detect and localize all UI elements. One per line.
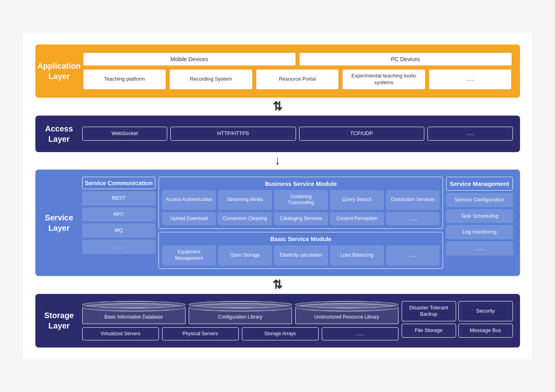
cataloging-box: Cataloging Services (274, 212, 328, 226)
virtualized-servers-box: Virtualized Servers (82, 327, 159, 341)
tcp-box: TCP/UDP (299, 127, 424, 141)
arrow-service-storage: ⇅ (35, 276, 520, 293)
access-layer-label: Access Layer (39, 120, 79, 148)
teaching-platform-box: Teaching platform (83, 69, 166, 90)
basic-more-box: ...... (386, 245, 440, 265)
basic-service-module: Basic Service Module Equipment Managemen… (159, 232, 443, 268)
business-module-title: Business Service Module (162, 180, 439, 187)
arrow-app-access: ⇅ (35, 98, 520, 115)
rpc-box: RPC (82, 208, 156, 222)
websocket-box: WebSocket (82, 127, 168, 141)
basic-module-title: Basic Service Module (162, 236, 439, 242)
access-auth-box: Access Authentication (162, 190, 216, 210)
storage-layer-label: Storage Layer (39, 298, 79, 344)
elasticity-box: Elasticity calculation (274, 245, 328, 265)
message-bus-box: Message Bus (458, 324, 513, 338)
service-layer-label: Service Layer (39, 174, 79, 272)
storage-databases: Basic Information Database Configuration… (82, 301, 398, 324)
storage-arrays-box: Storage Arrays (242, 327, 319, 341)
query-search-box: Query Search (330, 190, 384, 210)
upload-box: Upload Download (162, 212, 216, 226)
application-layer: Application Layer Mobile Devices PC Devi… (35, 44, 520, 98)
clustering-box: Clustering Transcoding (274, 190, 328, 210)
service-management-block: Service Management Service Configuration… (446, 177, 512, 269)
basic-row1: Equipment Management Open Storage Elasti… (162, 245, 439, 265)
business-row2: Upload Download Conversion Cleaning Cata… (162, 212, 439, 226)
application-layer-label: Application Layer (39, 48, 79, 94)
business-service-module: Business Service Module Access Authentic… (159, 177, 443, 229)
cylinder-top-1 (82, 301, 186, 308)
storage-right-top: Disaster Tolerant Backup Security (402, 301, 513, 322)
storage-servers: Virtualized Servers Physical Servers Sto… (82, 327, 398, 341)
service-config-box: Service Configuration (446, 193, 512, 207)
mgmt-more-box: ...... (446, 241, 512, 255)
unstructured-library: Unstructured Resource Library (295, 301, 398, 324)
content-perception-box: Content Perception (330, 212, 384, 226)
conversion-box: Conversion Cleaning (218, 212, 272, 226)
storage-main-area: Basic Information Database Configuration… (82, 301, 513, 341)
storage-right-bottom: File Storage Message Bus (402, 324, 513, 338)
storage-left: Basic Information Database Configuration… (82, 301, 398, 341)
architecture-diagram: Application Layer Mobile Devices PC Devi… (23, 33, 532, 359)
distribution-box: Distribution Services (386, 190, 440, 210)
mobile-devices-box: Mobile Devices (83, 52, 296, 66)
app-more-box: ...... (429, 69, 512, 90)
storage-layer-content: Basic Information Database Configuration… (79, 298, 516, 344)
physical-servers-box: Physical Servers (162, 327, 239, 341)
streaming-media-box: Streaming Media (218, 190, 272, 210)
rest-box: REST (82, 191, 156, 205)
log-monitoring-box: Log monitonng (446, 225, 512, 239)
business-more-box: ...... (386, 212, 440, 226)
comm-more-box: ...... (82, 240, 156, 254)
equipment-mgmt-box: Equipment Management (162, 245, 216, 265)
task-scheduling-box: Task Scheduling (446, 209, 512, 223)
basic-info-db: Basic Information Database (82, 301, 186, 324)
service-mgmt-title: Service Management (446, 177, 512, 191)
pc-devices-box: PC Devices (299, 52, 512, 66)
open-storage-box: Open Storage (218, 245, 272, 265)
application-layer-content: Mobile Devices PC Devices Teaching platf… (79, 48, 516, 94)
security-box: Security (458, 301, 513, 322)
cylinder-top-2 (189, 301, 292, 308)
http-box: HTTP/HTTPS (170, 127, 296, 141)
access-layer: Access Layer WebSocket HTTP/HTTPS TCP/UD… (35, 116, 520, 152)
resource-portal-box: Resource Portal (256, 69, 339, 90)
config-library: Configuration Library (189, 301, 292, 324)
access-layer-content: WebSocket HTTP/HTTPS TCP/UDP ...... (79, 120, 516, 148)
service-modules: Business Service Module Access Authentic… (159, 177, 443, 269)
file-storage-box: File Storage (402, 324, 456, 338)
load-balancing-box: Load Balancing (330, 245, 384, 265)
mq-box: MQ (82, 224, 156, 238)
arrow-access-service: ↓ (35, 152, 520, 169)
service-communication-block: Service Communication REST RPC MQ ...... (82, 177, 156, 269)
cylinder-top-3 (295, 301, 398, 308)
storage-layer: Storage Layer Basic Information Database… (35, 294, 520, 348)
storage-more-box: ...... (322, 327, 398, 341)
disaster-backup-box: Disaster Tolerant Backup (402, 301, 456, 322)
recording-system-box: Recording System (169, 69, 253, 90)
access-more-box: ...... (427, 127, 513, 141)
service-layer-content: Service Communication REST RPC MQ ......… (79, 174, 516, 272)
app-top-row: Mobile Devices PC Devices (83, 52, 512, 66)
business-row1: Access Authentication Streaming Media Cl… (162, 190, 439, 210)
service-layer: Service Layer Service Communication REST… (35, 170, 520, 276)
experimental-tools-box: Experimental teaching tools/ systems (342, 69, 425, 90)
app-bottom-row: Teaching platform Recording System Resou… (83, 69, 512, 90)
storage-right-panel: Disaster Tolerant Backup Security File S… (402, 301, 513, 341)
service-comm-title: Service Communication (82, 177, 156, 189)
